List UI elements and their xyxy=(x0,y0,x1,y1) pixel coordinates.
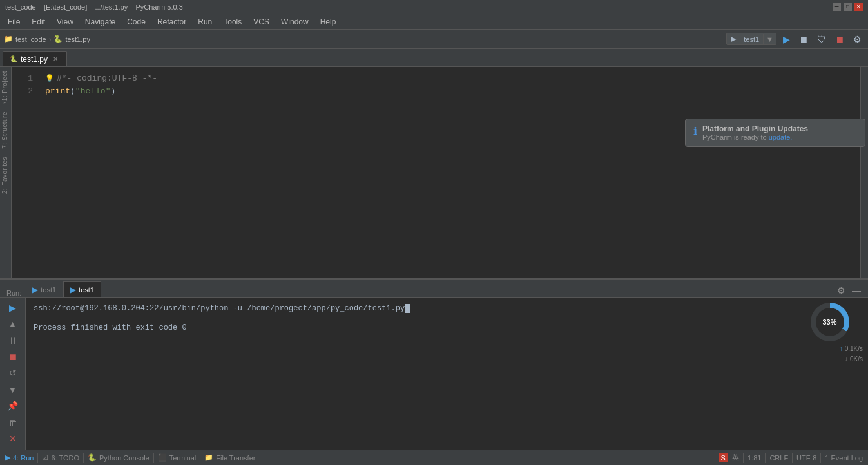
tab-label: test1.py xyxy=(21,55,48,64)
tab-close-button[interactable]: ✕ xyxy=(51,55,60,64)
status-div6 xyxy=(765,453,766,463)
lightbulb-icon: 💡 xyxy=(45,72,54,85)
status-run-icon: ▶ xyxy=(5,453,10,462)
close-run-btn[interactable]: ✕ xyxy=(4,431,22,446)
memory-panel: 33% ↑ 0.1K/s ↓ 0K/s xyxy=(791,298,868,465)
rerun-btn[interactable]: ↺ xyxy=(4,366,22,381)
bottom-tabs: Run: ▶ test1 ▶ test1 xyxy=(3,281,101,297)
memory-download: ↓ 0K/s xyxy=(796,354,863,365)
status-crlf[interactable]: CRLF xyxy=(769,454,788,462)
settings-gear-button[interactable]: ⚙ xyxy=(835,284,847,297)
notification-update-link[interactable]: update. xyxy=(769,133,793,141)
stop-button[interactable]: ⏹ xyxy=(833,33,847,46)
status-run-label[interactable]: 4: Run xyxy=(13,454,34,462)
title-text: test_code – [E:\test_code] – ...\test1.p… xyxy=(5,3,183,11)
terminal-cursor xyxy=(405,304,410,313)
minimize-button[interactable]: ─ xyxy=(833,3,841,11)
pause-btn[interactable]: ⏸ xyxy=(4,333,22,348)
code-func: print xyxy=(45,85,70,98)
menu-vcs[interactable]: VCS xyxy=(248,16,275,28)
run-label: Run: xyxy=(3,289,25,297)
toolbar-right: ▶ test1 ▼ ▶ ⏹ 🛡 ⏹ ⚙ xyxy=(726,33,864,46)
breadcrumb-project[interactable]: test_code xyxy=(15,35,46,43)
tab-file-icon: 🐍 xyxy=(10,55,17,62)
download-arrow-icon: ↓ xyxy=(845,356,848,363)
close-button[interactable]: ✕ xyxy=(854,3,863,11)
upload-arrow-icon: ↑ xyxy=(840,345,843,352)
status-todo-label[interactable]: 6: TODO xyxy=(51,454,79,462)
menu-help[interactable]: Help xyxy=(315,16,342,28)
sidebar-project[interactable]: ›1: Project xyxy=(0,67,11,108)
breadcrumb-file-icon: 🐍 xyxy=(53,35,63,43)
menu-view[interactable]: View xyxy=(52,16,79,28)
status-div8 xyxy=(820,453,821,463)
python-console-icon: 🐍 xyxy=(88,453,97,462)
menu-window[interactable]: Window xyxy=(276,16,314,28)
bottom-panel: Run: ▶ test1 ▶ test1 ⚙ — ▶ ▲ ⏸ xyxy=(0,278,868,465)
status-encoding[interactable]: UTF-8 xyxy=(796,454,816,462)
memory-percent: 33% xyxy=(822,318,836,326)
bottom-left-icons: ▶ ▲ ⏸ ⏹ ↺ ▼ 📌 🗑 ✕ ? xyxy=(0,298,26,465)
status-terminal-section: ⬛ Terminal xyxy=(158,453,197,462)
filetransfer-label[interactable]: File Transfer xyxy=(216,454,255,462)
stop-run-btn[interactable]: ⏹ xyxy=(4,349,22,364)
settings-button[interactable]: ⚙ xyxy=(851,33,864,46)
run-icon-btn[interactable]: ▶ xyxy=(4,300,22,315)
run-config-icon: ▶ xyxy=(727,33,740,44)
notification-content: Platform and Plugin Updates PyCharm is r… xyxy=(702,124,808,141)
run2-label: test1 xyxy=(79,286,94,294)
breadcrumb: 📁 test_code › 🐍 test1.py xyxy=(4,35,90,43)
toolbar: 📁 test_code › 🐍 test1.py ▶ test1 ▼ ▶ ⏹ 🛡… xyxy=(0,30,868,49)
code-line-1: 💡 #*- coding:UTF-8 -*- xyxy=(45,72,853,85)
debug-button[interactable]: ⏹ xyxy=(796,33,811,46)
status-div4 xyxy=(200,453,200,463)
filetransfer-icon: 📁 xyxy=(204,453,213,462)
terminal-label[interactable]: Terminal xyxy=(169,454,197,462)
code-paren-open: ( xyxy=(70,85,75,98)
menu-navigate[interactable]: Navigate xyxy=(80,16,121,28)
download-value: 0K/s xyxy=(850,356,863,363)
menu-file[interactable]: File xyxy=(3,16,25,28)
breadcrumb-file[interactable]: test1.py xyxy=(65,35,90,43)
status-position: 1:81 xyxy=(747,454,761,462)
editor-area: 1 2 💡 #*- coding:UTF-8 -*- print ( "hell… xyxy=(12,67,860,278)
scroll-top-btn[interactable]: ▲ xyxy=(4,316,22,331)
menu-refactor[interactable]: Refactor xyxy=(152,16,191,28)
run-config-dropdown[interactable]: ▶ test1 ▼ xyxy=(726,33,776,45)
run-button[interactable]: ▶ xyxy=(780,33,793,46)
status-todo-icon: ☑ xyxy=(42,453,48,462)
sidebar-favorites[interactable]: 2: Favorites xyxy=(0,153,11,198)
coverage-button[interactable]: 🛡 xyxy=(815,33,829,46)
status-right: S 英 1:81 CRLF UTF-8 1 Event Log xyxy=(719,453,863,463)
right-sidebar xyxy=(860,67,868,278)
terminal-command-line: ssh://root@192.168.0.204:22/usr/bin/pyth… xyxy=(34,303,783,314)
bottom-tab-controls: ⚙ — xyxy=(835,284,868,297)
code-string: "hello" xyxy=(75,85,111,98)
trash-btn[interactable]: 🗑 xyxy=(4,415,22,430)
menu-run[interactable]: Run xyxy=(193,16,217,28)
bottom-content: ▶ ▲ ⏸ ⏹ ↺ ▼ 📌 🗑 ✕ ? ssh://root@192.168.0… xyxy=(0,298,868,465)
event-log-label[interactable]: 1 Event Log xyxy=(825,454,863,462)
menu-edit[interactable]: Edit xyxy=(26,16,50,28)
menu-code[interactable]: Code xyxy=(122,16,151,28)
terminal-icon: ⬛ xyxy=(158,453,167,462)
pin-btn[interactable]: 📌 xyxy=(4,398,22,413)
close-panel-button[interactable]: — xyxy=(850,284,863,297)
scroll-down-btn[interactable]: ▼ xyxy=(4,382,22,397)
editor-code[interactable]: 💡 #*- coding:UTF-8 -*- print ( "hello" ) xyxy=(37,67,860,278)
maximize-button[interactable]: □ xyxy=(844,3,852,11)
bottom-tab-run2[interactable]: ▶ test1 xyxy=(63,281,101,297)
menu-tools[interactable]: Tools xyxy=(218,16,247,28)
title-bar: test_code – [E:\test_code] – ...\test1.p… xyxy=(0,0,868,14)
menu-bar: File Edit View Navigate Code Refactor Ru… xyxy=(0,14,868,30)
run-config-arrow[interactable]: ▼ xyxy=(763,34,776,44)
editor-tab-test1py[interactable]: 🐍 test1.py ✕ xyxy=(3,51,67,66)
bottom-tab-run1[interactable]: ▶ test1 xyxy=(25,281,63,297)
sidebar-structure[interactable]: 7: Structure xyxy=(0,108,11,153)
notification-title: Platform and Plugin Updates xyxy=(702,124,808,133)
editor-region: ›1: Project 7: Structure 2: Favorites 1 … xyxy=(0,67,868,278)
line-numbers: 1 2 xyxy=(12,67,37,278)
breadcrumb-sep1: › xyxy=(49,35,52,43)
python-console-label[interactable]: Python Console xyxy=(99,454,149,462)
status-filetransfer-section: 📁 File Transfer xyxy=(204,453,255,462)
